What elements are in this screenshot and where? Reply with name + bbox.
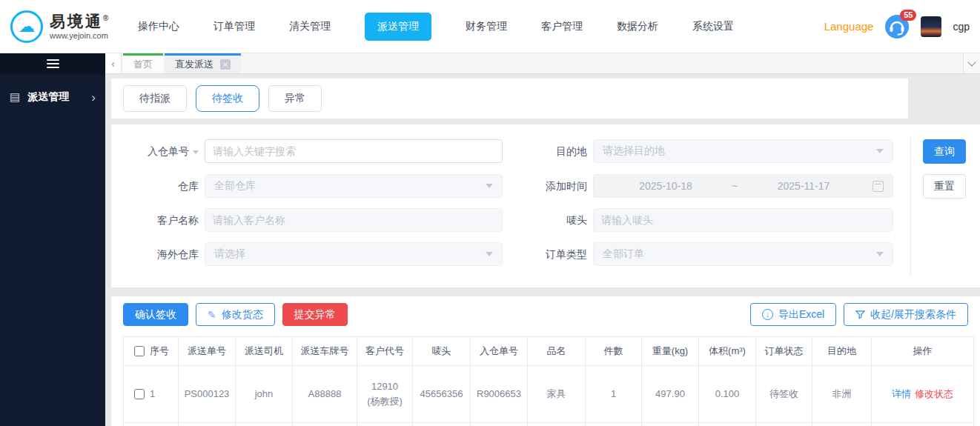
chevron-right-icon: › [91,91,96,104]
logo-cloud-icon: ☁ [10,10,43,43]
table-row-partial [124,423,974,426]
select-caret-icon [876,149,884,153]
language-link[interactable]: Language [824,20,874,33]
sidebar: ▤ 派送管理 › [0,53,105,426]
pill-pending-assign[interactable]: 待指派 [123,85,187,112]
funnel-icon [855,310,865,319]
destination-label: 目的地 [497,139,587,163]
calendar-icon [873,181,884,192]
order-type-select[interactable]: 全部订单 [593,242,893,266]
brand-title: 易境通® [50,13,108,30]
sidebar-item-delivery-management[interactable]: ▤ 派送管理 › [0,81,105,113]
shipping-mark-input[interactable] [593,208,893,232]
select-caret-icon [876,252,884,256]
delivery-no-cell: PS000123 [179,366,236,423]
start-date[interactable]: 2025-10-18 [603,180,729,192]
destination-select[interactable]: 请选择目的地 [593,139,893,163]
app-window: ☁ 易境通® www.yejoin.com 操作中心 订单管理 清关管理 派送管… [0,0,980,426]
avatar[interactable] [921,16,941,37]
select-all-checkbox[interactable] [134,346,145,356]
nav-item-operation-center[interactable]: 操作中心 [138,20,179,33]
export-excel-button[interactable]: ↓ 导出Excel [750,303,836,326]
pencil-icon: ✎ [208,309,216,321]
inbound-no-label[interactable]: 入仓单号 [111,139,199,163]
modify-status-link[interactable]: 修改状态 [915,388,953,399]
hamburger-icon [47,57,59,70]
warehouse-label: 仓库 [111,174,199,198]
tab-scroll-left-button[interactable]: ‹ [105,53,122,73]
driver-cell: john [236,366,293,423]
label-caret-icon [193,150,199,154]
date-range-picker[interactable]: 2025-10-18 ~ 2025-11-17 [593,174,893,198]
table-toolbar: 确认签收 ✎ 修改货态 提交异常 ↓ 导出Excel 收起/展开搜索条件 [111,296,980,326]
nav-item-finance-management[interactable]: 财务管理 [466,20,507,33]
registered-mark: ® [103,14,108,22]
shipping-mark-label: 唛头 [497,208,587,232]
search-button[interactable]: 查询 [923,139,966,164]
modify-cargo-status-button[interactable]: ✎ 修改货态 [196,303,275,326]
row-checkbox[interactable] [134,389,145,399]
tab-direct-delivery[interactable]: 直发派送 × [165,53,241,73]
volume-cell: 0.100 [699,366,756,423]
overseas-warehouse-select[interactable]: 请选择 [205,242,503,266]
plate-cell: A88888 [293,366,357,423]
product-name-cell: 家具 [528,366,586,423]
tab-direct-delivery-label: 直发派送 [175,58,213,71]
order-status-cell: 待签收 [756,366,812,423]
close-icon[interactable]: × [220,59,231,70]
customer-service-icon[interactable]: 55 [884,14,910,39]
document-icon: ▤ [10,90,20,104]
header-right: Language 55 cgp [824,14,980,39]
row-index: 1 [150,387,155,402]
nav-item-delivery-management[interactable]: 派送管理 [365,13,431,41]
nav-item-customer-management[interactable]: 客户管理 [541,20,583,33]
select-caret-icon [486,252,493,256]
nav-item-data-analysis[interactable]: 数据分析 [617,20,658,33]
top-header: ☁ 易境通® www.yejoin.com 操作中心 订单管理 清关管理 派送管… [0,0,980,53]
shipping-mark-cell: 45656356 [413,366,471,423]
customer-name-label: 客户名称 [111,208,199,232]
table-row: 1 PS000123 john A88888 12910 (杨教授) 45656… [124,366,974,423]
tab-list-dropdown-button[interactable] [963,53,980,73]
tab-home-label: 首页 [133,58,153,71]
end-date[interactable]: 2025-11-17 [741,180,867,192]
weight-cell: 497.90 [642,366,699,423]
detail-link[interactable]: 详情 [892,388,911,399]
customer-code-cell: 12910 (杨教授) [357,366,413,423]
brand-subtitle: www.yejoin.com [50,31,108,40]
nav-item-system-settings[interactable]: 系统设置 [692,20,734,33]
chevron-down-icon [967,58,976,66]
order-type-label: 订单类型 [497,242,587,266]
nav-item-customs-management[interactable]: 清关管理 [289,20,331,33]
submit-exception-button[interactable]: 提交异常 [282,303,348,326]
sidebar-item-label: 派送管理 [27,90,69,104]
status-filter-panel: 待指派 待签收 异常 [111,79,908,119]
filter-divider [910,136,911,275]
username[interactable]: cgp [953,21,970,33]
toggle-search-button[interactable]: 收起/展开搜索条件 [844,303,968,326]
search-filter-panel: 入仓单号 目的地 请选择目的地 仓库 全部仓库 添加时间 2025-10-18 … [111,124,980,287]
reset-button[interactable]: 重置 [923,174,966,199]
tab-home[interactable]: 首页 [123,53,163,73]
nav-item-order-management[interactable]: 订单管理 [213,20,255,33]
warehouse-select[interactable]: 全部仓库 [205,174,503,198]
select-caret-icon [486,184,493,188]
inbound-no-cell: R9006653 [471,366,528,423]
sidebar-collapse-button[interactable] [0,53,105,74]
brand-logo[interactable]: ☁ 易境通® www.yejoin.com [0,10,122,43]
confirm-receipt-button[interactable]: 确认签收 [123,303,188,326]
destination-cell: 非洲 [812,366,872,423]
main-nav: 操作中心 订单管理 清关管理 派送管理 财务管理 客户管理 数据分析 系统设置 [138,13,734,41]
overseas-warehouse-label: 海外仓库 [111,242,199,266]
data-table: 序号 派送单号 派送司机 派送车牌号 客户代号 唛头 入仓单号 品名 件數 重量… [123,336,968,426]
download-icon: ↓ [762,309,773,320]
pill-exception[interactable]: 异常 [268,85,322,112]
quantity-cell: 1 [586,366,642,423]
pill-pending-receipt[interactable]: 待签收 [196,85,259,112]
table-panel: 确认签收 ✎ 修改货态 提交异常 ↓ 导出Excel 收起/展开搜索条件 [111,296,980,426]
table-header-row: 序号 派送单号 派送司机 派送车牌号 客户代号 唛头 入仓单号 品名 件數 重量… [124,337,974,366]
tab-bar: ‹ 首页 直发派送 × [105,53,980,74]
customer-name-input[interactable] [205,208,503,232]
notification-badge: 55 [900,10,916,21]
inbound-no-input[interactable] [205,139,503,163]
